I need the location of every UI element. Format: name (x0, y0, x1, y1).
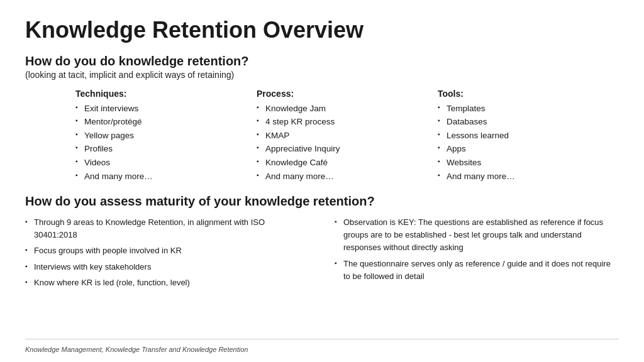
maturity-left-list: Through 9 areas to Knowledge Retention, … (25, 216, 309, 289)
list-item: The questionnaire serves only as referen… (335, 258, 619, 283)
list-item: Profiles (75, 142, 257, 156)
techniques-list: Exit interviews Mentor/protégé Yellow pa… (75, 102, 257, 184)
list-item: Videos (75, 156, 257, 170)
maturity-columns: Through 9 areas to Knowledge Retention, … (25, 216, 619, 292)
list-item: Knowledge Café (257, 156, 438, 170)
list-item: Databases (438, 115, 619, 129)
tools-label: Tools: (438, 89, 619, 99)
tools-column: Tools: Templates Databases Lessons learn… (438, 89, 619, 184)
list-item: Mentor/protégé (75, 115, 257, 129)
process-column: Process: Knowledge Jam 4 step KR process… (257, 89, 438, 184)
techniques-process-tools-columns: Techniques: Exit interviews Mentor/proté… (25, 89, 619, 184)
list-item: And many more… (75, 170, 257, 184)
footer: Knowledge Management, Knowledge Transfer… (25, 339, 619, 354)
page-title: Knowledge Retention Overview (25, 18, 619, 43)
list-item: And many more… (257, 170, 438, 184)
section2-heading: How do you assess maturity of your knowl… (25, 194, 619, 209)
list-item: Focus groups with people involved in KR (25, 244, 309, 257)
section1-heading: How do you do knowledge retention? (25, 54, 619, 69)
list-item: Yellow pages (75, 129, 257, 143)
process-label: Process: (257, 89, 438, 99)
list-item: 4 step KR process (257, 115, 438, 129)
list-item: Appreciative Inquiry (257, 142, 438, 156)
techniques-label: Techniques: (75, 89, 257, 99)
tools-list: Templates Databases Lessons learned Apps… (438, 102, 619, 184)
maturity-left-column: Through 9 areas to Knowledge Retention, … (25, 216, 309, 292)
list-item: Websites (438, 156, 619, 170)
list-item: Interviews with key stakeholders (25, 261, 309, 273)
list-item: Through 9 areas to Knowledge Retention, … (25, 216, 309, 241)
techniques-column: Techniques: Exit interviews Mentor/proté… (75, 89, 257, 184)
list-item: Lessons learned (438, 129, 619, 143)
list-item: Observation is KEY: The questions are es… (335, 216, 619, 254)
process-list: Knowledge Jam 4 step KR process KMAP App… (257, 102, 438, 184)
list-item: And many more… (438, 170, 619, 184)
maturity-right-column: Observation is KEY: The questions are es… (335, 216, 619, 292)
maturity-right-list: Observation is KEY: The questions are es… (335, 216, 619, 283)
section1-subtitle: (looking at tacit, implicit and explicit… (25, 70, 619, 80)
list-item: Knowledge Jam (257, 102, 438, 116)
list-item: Apps (438, 142, 619, 156)
list-item: Templates (438, 102, 619, 116)
list-item: Know where KR is led (role, function, le… (25, 277, 309, 289)
footer-text: Knowledge Management, Knowledge Transfer… (25, 346, 248, 353)
list-item: KMAP (257, 129, 438, 143)
list-item: Exit interviews (75, 102, 257, 116)
